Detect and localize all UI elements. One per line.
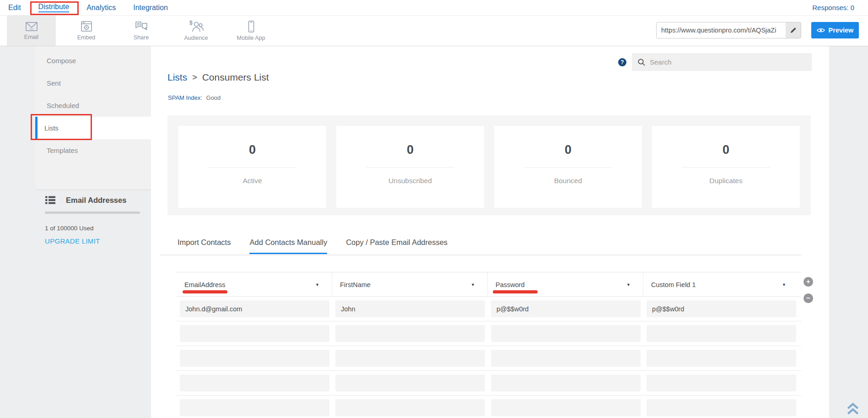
search-input[interactable] bbox=[650, 58, 806, 66]
field-select-value: Password bbox=[491, 281, 525, 288]
empty-input[interactable] bbox=[180, 399, 329, 416]
email-addresses-title: Email Addresses bbox=[66, 196, 126, 205]
empty-input[interactable] bbox=[491, 399, 641, 416]
spam-index-label: SPAM Index: bbox=[168, 94, 202, 101]
add-column-button[interactable]: + bbox=[803, 277, 813, 287]
responses-count-link[interactable]: Responses: 0 bbox=[812, 4, 854, 11]
stat-card-active: 0 Active bbox=[178, 126, 326, 208]
tab-copy-paste-email-addresses[interactable]: Copy / Paste Email Addresses bbox=[346, 238, 447, 254]
sidebar-item-compose[interactable]: Compose bbox=[35, 49, 151, 72]
empty-input[interactable] bbox=[491, 350, 641, 367]
contact-password-input[interactable] bbox=[491, 300, 641, 317]
toolbar-item-label: Share bbox=[134, 34, 149, 41]
remove-column-button[interactable]: − bbox=[803, 293, 813, 303]
breadcrumb: Lists > Consumers List bbox=[167, 72, 269, 83]
toolbar-item-mobile-app[interactable]: Mobile App bbox=[226, 16, 275, 46]
contact-row-empty bbox=[176, 396, 801, 418]
field-select-emailaddress[interactable]: EmailAddress ▼ bbox=[180, 272, 329, 297]
contact-firstname-input[interactable] bbox=[335, 300, 485, 317]
empty-input[interactable] bbox=[491, 325, 641, 342]
lists-main-panel: ? Lists > Consumers List SPAM Index: Goo… bbox=[151, 46, 829, 418]
preview-button-label: Preview bbox=[829, 27, 854, 34]
field-select-firstname[interactable]: FirstName ▼ bbox=[335, 272, 485, 297]
field-select-password[interactable]: Password ▼ bbox=[491, 272, 641, 297]
svg-text:$: $ bbox=[189, 20, 193, 26]
empty-input[interactable] bbox=[647, 325, 796, 342]
tab-add-contacts-manually[interactable]: Add Contacts Manually bbox=[249, 238, 327, 254]
empty-input[interactable] bbox=[491, 375, 641, 391]
usage-count-text: 1 of 100000 Used bbox=[45, 225, 94, 232]
toolbar-item-label: Embed bbox=[77, 34, 96, 41]
sidebar-item-sent[interactable]: Sent bbox=[35, 72, 151, 94]
contact-row-empty bbox=[176, 346, 801, 371]
tab-import-contacts[interactable]: Import Contacts bbox=[178, 238, 231, 254]
empty-input[interactable] bbox=[335, 350, 485, 367]
upgrade-limit-link[interactable]: UPGRADE LIMIT bbox=[45, 237, 100, 245]
list-stack-icon bbox=[45, 195, 56, 205]
sidebar-item-lists[interactable]: Lists bbox=[35, 117, 151, 139]
breadcrumb-lists-link[interactable]: Lists bbox=[167, 72, 187, 83]
contact-email-input[interactable] bbox=[180, 300, 329, 317]
questionpro-distribute-screen: Edit Distribute Analytics Integration Re… bbox=[0, 0, 868, 418]
stat-divider bbox=[682, 167, 770, 168]
toolbar-item-label: Mobile App bbox=[237, 35, 265, 41]
distribute-toolbar: Email Embed bbox=[0, 15, 868, 46]
empty-input[interactable] bbox=[647, 350, 796, 367]
double-chevron-up-icon bbox=[845, 402, 861, 416]
email-sidebar: Compose Sent Scheduled Lists Templates E… bbox=[35, 46, 151, 418]
empty-input[interactable] bbox=[335, 375, 485, 391]
toolbar-item-email[interactable]: Email bbox=[7, 16, 56, 46]
contact-row-empty bbox=[176, 371, 801, 396]
survey-url-box bbox=[656, 22, 801, 38]
toolbar-item-audience[interactable]: $ Audience bbox=[172, 16, 221, 46]
toolbar-item-share[interactable]: Share bbox=[117, 16, 166, 46]
empty-input[interactable] bbox=[335, 325, 485, 342]
column-divider bbox=[332, 272, 332, 296]
embed-icon bbox=[80, 21, 93, 33]
search-box bbox=[632, 53, 812, 71]
field-select-value: FirstName bbox=[335, 281, 371, 288]
contact-customfield-cell bbox=[647, 300, 796, 317]
stat-card-duplicates: 0 Duplicates bbox=[652, 126, 800, 208]
empty-input[interactable] bbox=[647, 399, 796, 416]
nav-tab-integration[interactable]: Integration bbox=[133, 4, 168, 12]
stat-value: 0 bbox=[565, 143, 571, 157]
chevron-down-icon: ▼ bbox=[471, 282, 475, 287]
preview-button[interactable]: Preview bbox=[811, 22, 859, 38]
breadcrumb-current: Consumers List bbox=[202, 72, 269, 83]
stat-label: Bounced bbox=[554, 177, 582, 185]
search-icon bbox=[637, 58, 646, 66]
field-select-value: Custom Field 1 bbox=[647, 281, 696, 288]
column-divider bbox=[643, 272, 643, 296]
stat-value: 0 bbox=[722, 143, 729, 157]
empty-input[interactable] bbox=[180, 350, 329, 367]
toolbar-item-label: Email bbox=[24, 34, 38, 40]
empty-input[interactable] bbox=[647, 375, 796, 391]
stat-divider bbox=[524, 167, 612, 168]
contact-customfield-input[interactable] bbox=[647, 300, 796, 317]
empty-input[interactable] bbox=[180, 375, 329, 391]
nav-tab-analytics[interactable]: Analytics bbox=[86, 4, 116, 12]
toolbar-item-embed[interactable]: Embed bbox=[62, 16, 111, 46]
nav-tab-distribute[interactable]: Distribute bbox=[38, 3, 70, 12]
eye-icon bbox=[817, 27, 825, 33]
contact-firstname-cell bbox=[335, 300, 485, 317]
survey-url-input[interactable] bbox=[657, 22, 786, 38]
scroll-to-top-button[interactable] bbox=[845, 402, 861, 416]
column-divider bbox=[487, 272, 488, 296]
sidebar-menu: Compose Sent Scheduled Lists Templates bbox=[35, 46, 151, 190]
edit-url-button[interactable] bbox=[786, 22, 801, 38]
field-select-custom-field-1[interactable]: Custom Field 1 ▼ bbox=[647, 272, 796, 297]
nav-tab-edit[interactable]: Edit bbox=[8, 4, 21, 12]
contact-password-cell bbox=[491, 300, 641, 317]
spam-index-row: SPAM Index: Good bbox=[168, 94, 221, 101]
sidebar-item-scheduled[interactable]: Scheduled bbox=[35, 94, 151, 117]
chevron-down-icon: ▼ bbox=[315, 282, 319, 287]
audience-icon: $ bbox=[189, 20, 204, 33]
sidebar-item-templates[interactable]: Templates bbox=[35, 139, 151, 162]
empty-input[interactable] bbox=[335, 399, 485, 416]
breadcrumb-separator-icon: > bbox=[192, 73, 197, 82]
help-icon[interactable]: ? bbox=[618, 58, 626, 66]
empty-input[interactable] bbox=[180, 325, 329, 342]
stat-value: 0 bbox=[249, 143, 256, 157]
